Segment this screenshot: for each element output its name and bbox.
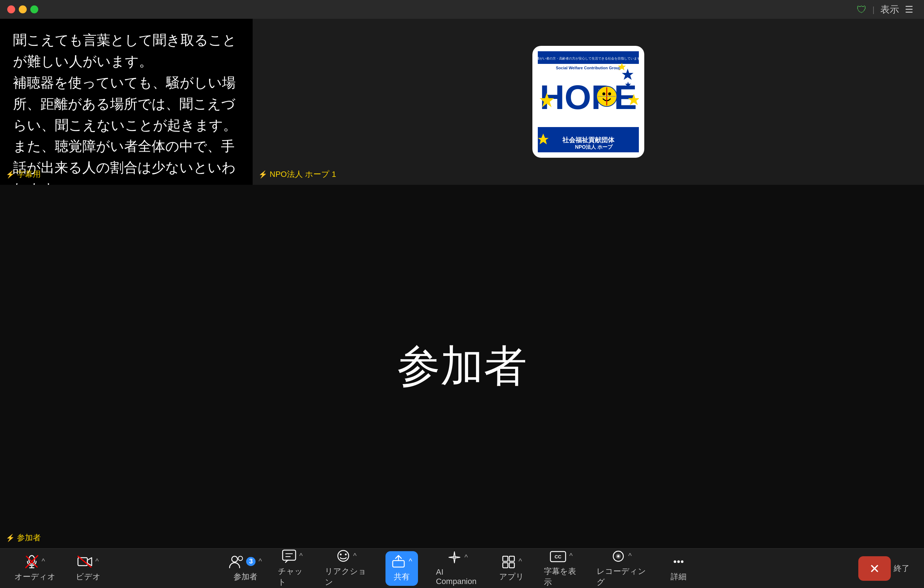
title-bar: 🛡 | 表示 ☰: [0, 0, 924, 19]
video-label: ビデオ: [76, 571, 101, 582]
svg-text:HOPE: HOPE: [540, 78, 637, 116]
svg-rect-39: [503, 563, 508, 568]
svg-point-32: [340, 553, 342, 555]
apps-button[interactable]: ^ アプリ: [497, 555, 526, 582]
audio-button[interactable]: ^ オーディオ: [15, 555, 56, 582]
participants-chevron[interactable]: ^: [258, 557, 262, 566]
chat-chevron[interactable]: ^: [299, 552, 302, 560]
more-label: 詳細: [671, 571, 686, 582]
svg-text:Social Welfare Contribution Gr: Social Welfare Contribution Group: [556, 66, 621, 70]
slide-label: ⚡ 字幕用: [6, 169, 41, 180]
svg-point-31: [338, 550, 349, 561]
npo-logo-card: 障がい者の方・高齢者の方が安心して生活できる社会を目指しています Social …: [532, 46, 644, 158]
ai-companion-button[interactable]: ^ AI Companion: [436, 551, 479, 586]
slide-panel: 聞こえても言葉として聞き取ることが難しい人がいます。 補聴器を使っていても、騒が…: [0, 19, 252, 185]
svg-point-48: [681, 560, 684, 563]
svg-point-26: [232, 556, 238, 562]
share-chevron[interactable]: ^: [409, 557, 412, 566]
recording-button[interactable]: ^ レコーディング: [597, 549, 646, 588]
separator: |: [872, 5, 874, 14]
svg-text:障がい者の方・高齢者の方が安心して生活できる社会を目指してい: 障がい者の方・高齢者の方が安心して生活できる社会を目指しています: [538, 57, 639, 60]
participants-button[interactable]: 3 ^ 参加者: [231, 555, 260, 582]
captions-label: 字幕を表示: [544, 566, 578, 588]
toolbar-right: 終了: [858, 556, 909, 581]
toolbar: ^ オーディオ ^ ビデオ: [0, 548, 924, 588]
svg-point-11: [602, 92, 605, 95]
reactions-icon: [336, 549, 350, 563]
toolbar-center: 3 ^ 参加者 ^ チャット: [231, 549, 693, 588]
captions-button[interactable]: CC ^ 字幕を表示: [544, 549, 578, 588]
svg-text:NPO法人 ホープ: NPO法人 ホープ: [575, 144, 613, 150]
share-label: 共有: [394, 571, 410, 582]
svg-point-33: [345, 553, 346, 555]
svg-text:社会福祉貢献団体: 社会福祉貢献団体: [562, 136, 615, 144]
video-button[interactable]: ^ ビデオ: [74, 555, 102, 582]
npo-lightning-icon: ⚡: [258, 170, 267, 179]
recording-label: レコーディング: [597, 566, 646, 588]
svg-rect-24: [78, 558, 87, 566]
participant-label: ⚡ 参加者: [6, 532, 41, 543]
video-icon: [77, 555, 92, 568]
svg-rect-38: [509, 556, 514, 561]
ai-companion-label: AI Companion: [436, 567, 479, 586]
bottom-row: 参加者 ⚡ 参加者: [0, 185, 924, 548]
more-icon: [672, 555, 686, 568]
npo-panel: 障がい者の方・高齢者の方が安心して生活できる社会を目指しています Social …: [252, 19, 924, 185]
display-label[interactable]: 表示: [880, 3, 899, 16]
lightning-icon: ⚡: [6, 170, 15, 179]
audio-label: オーディオ: [15, 571, 56, 582]
maximize-button[interactable]: [30, 5, 38, 13]
svg-rect-40: [509, 563, 514, 568]
participants-count: 3: [246, 557, 256, 566]
reactions-label: リアクション: [325, 566, 368, 588]
more-button[interactable]: 詳細: [664, 555, 693, 582]
apps-label: アプリ: [499, 571, 524, 582]
main-content: 聞こえても言葉として聞き取ることが難しい人がいます。 補聴器を使っていても、騒が…: [0, 19, 924, 548]
share-icon: [391, 555, 406, 568]
participant-name-large: 参加者: [397, 337, 527, 396]
window-controls[interactable]: [7, 5, 38, 13]
title-bar-right: 🛡 | 表示 ☰: [856, 3, 913, 16]
menu-icon[interactable]: ☰: [905, 4, 913, 15]
reactions-button[interactable]: ^ リアクション: [325, 549, 368, 588]
participants-label: 参加者: [234, 571, 257, 582]
minimize-button[interactable]: [19, 5, 27, 13]
svg-rect-28: [283, 550, 295, 560]
top-row: 聞こえても言葉として聞き取ることが難しい人がいます。 補聴器を使っていても、騒が…: [0, 19, 924, 185]
svg-point-46: [674, 560, 676, 563]
captions-icon: CC: [550, 549, 566, 563]
shield-icon: 🛡: [856, 3, 866, 15]
audio-chevron[interactable]: ^: [41, 557, 45, 566]
recording-icon: [611, 549, 625, 563]
end-button[interactable]: [858, 556, 891, 581]
svg-text:CC: CC: [555, 554, 562, 560]
chat-icon: [282, 549, 296, 563]
participant-lightning-icon: ⚡: [6, 533, 15, 542]
ai-chevron[interactable]: ^: [465, 553, 468, 562]
share-button[interactable]: ^ 共有: [386, 551, 417, 586]
chat-button[interactable]: ^ チャット: [278, 549, 307, 588]
svg-rect-37: [503, 556, 508, 561]
reactions-chevron[interactable]: ^: [353, 552, 356, 560]
audio-icon: [25, 555, 39, 568]
recording-chevron[interactable]: ^: [629, 552, 632, 560]
video-chevron[interactable]: ^: [95, 557, 99, 566]
svg-rect-34: [393, 561, 404, 567]
hope-logo-svg: 障がい者の方・高齢者の方が安心して生活できる社会を目指しています Social …: [538, 51, 639, 152]
chat-label: チャット: [278, 566, 307, 588]
apps-chevron[interactable]: ^: [519, 557, 522, 566]
svg-point-36: [453, 556, 456, 559]
svg-point-27: [238, 556, 243, 561]
end-label: 終了: [894, 563, 909, 574]
participants-icon: [229, 555, 244, 568]
apps-icon: [502, 555, 516, 568]
svg-point-47: [678, 560, 680, 563]
npo-label: ⚡ NPO法人 ホープ 1: [258, 169, 336, 180]
svg-point-12: [608, 92, 611, 95]
toolbar-left: ^ オーディオ ^ ビデオ: [15, 555, 102, 582]
captions-chevron[interactable]: ^: [569, 552, 573, 560]
svg-point-45: [617, 555, 619, 557]
participant-panel: 参加者 ⚡ 参加者: [0, 185, 924, 548]
close-button[interactable]: [7, 5, 15, 13]
ai-companion-icon: [447, 551, 462, 565]
